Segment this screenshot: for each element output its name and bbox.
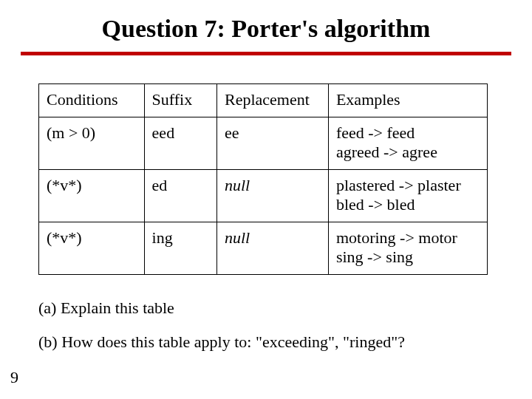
cell-suffix: ed — [144, 170, 216, 222]
cell-condition: (*v*) — [39, 222, 145, 275]
cell-condition: (*v*) — [39, 170, 145, 222]
example-line: bled -> bled — [336, 195, 415, 214]
slide-title: Question 7: Porter's algorithm — [0, 0, 532, 52]
table-row: (m > 0) eed ee feed -> feed agreed -> ag… — [39, 117, 488, 170]
table-row: (*v*) ed null plastered -> plaster bled … — [39, 170, 488, 222]
table-header-row: Conditions Suffix Replacement Examples — [39, 84, 488, 117]
example-line: motoring -> motor — [336, 228, 457, 247]
example-line: agreed -> agree — [336, 143, 437, 161]
cell-suffix: ing — [144, 222, 216, 275]
table-row: (*v*) ing null motoring -> motor sing ->… — [39, 222, 488, 275]
cell-condition: (m > 0) — [39, 117, 145, 170]
header-conditions: Conditions — [39, 84, 145, 117]
header-examples: Examples — [328, 84, 487, 117]
cell-replacement: ee — [216, 117, 328, 170]
header-suffix: Suffix — [144, 84, 216, 117]
content-area: Conditions Suffix Replacement Examples (… — [0, 55, 532, 355]
cell-examples: motoring -> motor sing -> sing — [328, 222, 487, 275]
example-line: plastered -> plaster — [336, 176, 461, 194]
example-line: sing -> sing — [336, 248, 413, 266]
cell-suffix: eed — [144, 117, 216, 170]
header-replacement: Replacement — [216, 84, 328, 117]
cell-examples: feed -> feed agreed -> agree — [328, 117, 487, 170]
question-b: (b) How does this table apply to: "excee… — [38, 330, 502, 355]
slide: Question 7: Porter's algorithm Condition… — [0, 0, 532, 399]
page-number: 9 — [10, 368, 18, 387]
questions: (a) Explain this table (b) How does this… — [38, 296, 502, 355]
porter-table: Conditions Suffix Replacement Examples (… — [38, 83, 488, 275]
question-a: (a) Explain this table — [38, 296, 502, 321]
cell-replacement: null — [216, 170, 328, 222]
example-line: feed -> feed — [336, 123, 415, 142]
cell-replacement: null — [216, 222, 328, 275]
cell-examples: plastered -> plaster bled -> bled — [328, 170, 487, 222]
